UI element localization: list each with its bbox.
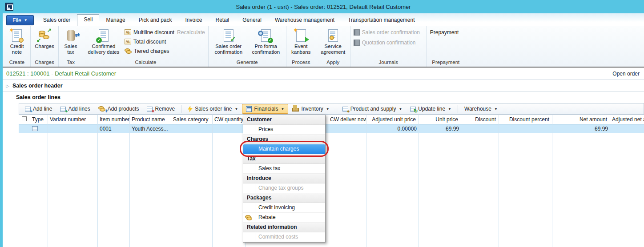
order-reference: 012521 : 100001 - Default Retail Custome… bbox=[6, 70, 116, 77]
tab-general[interactable]: General bbox=[236, 15, 268, 26]
sales-order-line-menu-button[interactable]: Sales order line ▼ bbox=[184, 104, 242, 114]
tab-warehouse-management[interactable]: Warehouse management bbox=[268, 15, 341, 26]
row-sales-category-cell[interactable] bbox=[171, 124, 212, 133]
column-header-discount-percent[interactable]: Discount percent bbox=[499, 115, 552, 124]
select-all-checkbox[interactable] bbox=[22, 116, 27, 121]
journal-icon bbox=[354, 29, 360, 36]
column-header-unit-price[interactable]: Unit price bbox=[419, 115, 461, 124]
grid-column-item-number: Item number 0001 bbox=[98, 115, 130, 247]
column-header-type[interactable]: Type bbox=[30, 115, 48, 124]
add-products-button[interactable]: + Add products bbox=[94, 104, 143, 114]
ribbon-group-tax: Sales tax Tax bbox=[59, 26, 83, 67]
product-and-supply-menu-button[interactable]: ● Product and supply ▼ bbox=[338, 104, 407, 114]
column-header-discount[interactable]: Discount bbox=[461, 115, 499, 124]
update-line-menu-button[interactable]: ↻ Update line ▼ bbox=[406, 104, 455, 114]
row-cw-quantity-cell[interactable] bbox=[213, 124, 245, 133]
section-sales-order-header[interactable]: ▷ Sales order header bbox=[3, 80, 644, 92]
inventory-menu-button[interactable]: Inventory ▼ bbox=[288, 104, 333, 114]
confirmed-delivery-dates-button[interactable]: ✓ Confirmed delivery dates bbox=[85, 27, 122, 56]
credit-note-button[interactable]: ✶ Credit note bbox=[5, 27, 28, 56]
confirmed-delivery-dates-icon: ✓ bbox=[99, 28, 109, 44]
charges-button[interactable]: ↗↙ Charges bbox=[32, 27, 56, 50]
remove-button[interactable]: × Remove bbox=[143, 104, 179, 114]
financials-menu-button[interactable]: Financials ▼ bbox=[242, 104, 288, 114]
grid-column-cw-deliver-now: CW deliver now bbox=[328, 115, 366, 247]
grid-column-unit-price: Unit price 69.99 bbox=[419, 115, 461, 247]
sales-order-confirmation-button[interactable]: ✓ Sales order confirmation bbox=[210, 27, 247, 56]
grid-column-net-amount: Net amount 69.99 bbox=[552, 115, 610, 247]
grid-column-sales-category: Sales category bbox=[171, 115, 213, 247]
row-select-cell[interactable] bbox=[19, 124, 30, 133]
ribbon-group-apply: Service agreement Apply bbox=[316, 26, 350, 67]
column-header-net-amount[interactable]: Net amount bbox=[552, 115, 610, 124]
row-type-cell[interactable] bbox=[30, 124, 48, 133]
ribbon-group-charges: ↗↙ Charges Charges bbox=[31, 26, 59, 67]
column-header-product-name[interactable]: Product name bbox=[130, 115, 171, 124]
journal-quotation-confirmation-button: Quotation confirmation bbox=[352, 38, 425, 47]
row-unit-price-cell[interactable]: 69.99 bbox=[419, 124, 461, 133]
add-lines-button[interactable]: + Add lines bbox=[56, 104, 94, 114]
column-header-cw-deliver-now[interactable]: CW deliver now bbox=[328, 115, 366, 124]
menu-item-prices[interactable]: Prices bbox=[243, 125, 325, 135]
prepayment-button[interactable]: Prepayment bbox=[429, 28, 463, 37]
ribbon-group-process: ✶ Event kanbans Process bbox=[286, 26, 316, 67]
event-kanbans-button[interactable]: ✶ Event kanbans bbox=[288, 27, 314, 56]
menu-group-tax: Tax bbox=[243, 154, 325, 164]
row-discount-percent-cell[interactable] bbox=[499, 124, 552, 133]
sales-tax-button[interactable]: Sales tax bbox=[60, 27, 81, 56]
multiline-discount-button[interactable]: Multiline discount bbox=[123, 28, 176, 37]
add-products-icon: + bbox=[98, 106, 105, 112]
tab-invoice[interactable]: Invoice bbox=[178, 15, 209, 26]
row-net-amount-cell[interactable]: 69.99 bbox=[552, 124, 610, 133]
tab-transportation-management[interactable]: Transportation management bbox=[341, 15, 421, 26]
file-menu-button[interactable]: File ▼ bbox=[6, 15, 34, 25]
grid-column-variant-number: Variant number bbox=[48, 115, 98, 247]
calculator-icon bbox=[246, 106, 252, 112]
service-agreement-button[interactable]: Service agreement bbox=[318, 27, 348, 56]
menu-item-sales-tax[interactable]: Sales tax bbox=[243, 164, 325, 174]
warehouse-menu-button[interactable]: Warehouse ▼ bbox=[460, 104, 502, 114]
total-discount-button[interactable]: Total discount bbox=[123, 37, 206, 46]
row-variant-number-cell[interactable] bbox=[48, 124, 97, 133]
grid-column-product-name: Product name Youth Access... bbox=[130, 115, 171, 247]
tab-pick-and-pack[interactable]: Pick and pack bbox=[132, 15, 179, 26]
menu-item-rebate[interactable]: Rebate bbox=[243, 213, 325, 223]
row-product-name-cell[interactable]: Youth Access... bbox=[130, 124, 171, 133]
tab-sell[interactable]: Sell bbox=[77, 14, 99, 26]
grid-column-select bbox=[19, 115, 30, 247]
menu-item-maintain-charges[interactable]: Maintain charges bbox=[243, 144, 325, 154]
column-header-item-number[interactable]: Item number bbox=[98, 115, 129, 124]
row-item-number-cell[interactable]: 0001 bbox=[98, 124, 129, 133]
tab-sales-order[interactable]: Sales order bbox=[36, 15, 77, 26]
chevron-down-icon: ▼ bbox=[235, 107, 238, 111]
sales-tax-icon bbox=[67, 28, 75, 44]
ribbon-group-generate: ✓ Sales order confirmation ✓ Pro forma c… bbox=[209, 26, 286, 67]
tiered-charges-button[interactable]: Tiered charges bbox=[123, 46, 206, 56]
group-label-charges: Charges bbox=[32, 59, 56, 67]
column-header-variant-number[interactable]: Variant number bbox=[48, 115, 97, 124]
menu-item-credit-invoicing[interactable]: Credit invoicing bbox=[243, 203, 325, 213]
column-header-adjusted-net-amount[interactable]: Adjusted net amount bbox=[610, 115, 644, 124]
add-line-button[interactable]: + Add line bbox=[21, 104, 56, 114]
total-discount-icon bbox=[125, 39, 131, 44]
expand-arrow-icon[interactable]: ▷ bbox=[3, 84, 12, 88]
grid-column-adjusted-net-amount: Adjusted net amount bbox=[610, 115, 644, 247]
grid-column-discount: Discount bbox=[461, 115, 499, 247]
order-status: Open order bbox=[612, 71, 640, 77]
menu-group-charges: Charges bbox=[243, 135, 325, 144]
row-adjusted-net-amount-cell[interactable] bbox=[610, 124, 644, 133]
window-title: Sales order (1 - usrt) - Sales order: 01… bbox=[3, 4, 644, 10]
row-adjusted-unit-price-cell[interactable]: 0.00000 bbox=[366, 124, 419, 133]
line-type-icon bbox=[32, 126, 38, 131]
row-cw-deliver-now-cell[interactable] bbox=[328, 124, 366, 133]
pro-forma-confirmation-button[interactable]: ✓ Pro forma confirmation bbox=[248, 27, 284, 56]
tab-manage[interactable]: Manage bbox=[99, 15, 132, 26]
column-header-cw-quantity[interactable]: CW quantity bbox=[213, 115, 245, 124]
tab-retail[interactable]: Retail bbox=[209, 15, 236, 26]
chevron-down-icon: ▼ bbox=[326, 107, 330, 111]
lines-toolbar: + Add line + Add lines + Add products × … bbox=[19, 103, 644, 115]
group-label-tax: Tax bbox=[60, 59, 81, 67]
column-header-sales-category[interactable]: Sales category bbox=[171, 115, 212, 124]
column-header-adjusted-unit-price[interactable]: Adjusted unit price bbox=[366, 115, 419, 124]
row-discount-cell[interactable] bbox=[461, 124, 499, 133]
